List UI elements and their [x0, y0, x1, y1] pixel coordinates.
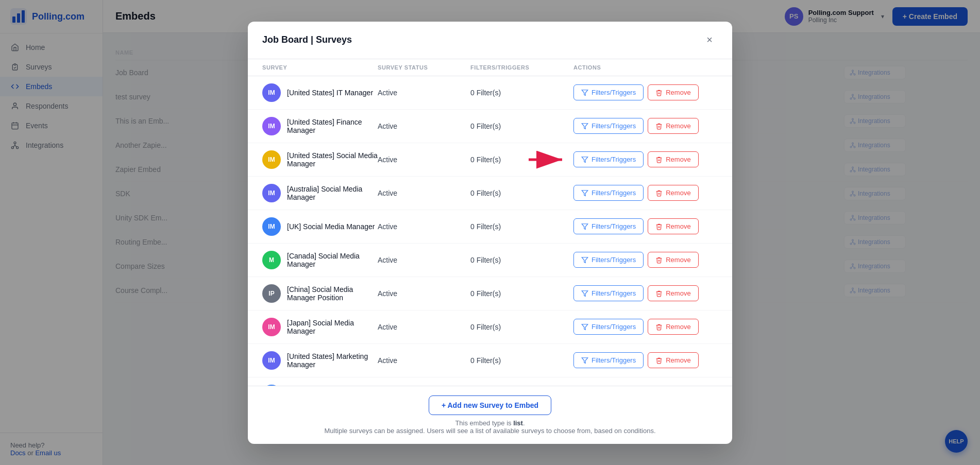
survey-status: Active	[378, 222, 470, 231]
modal-table-headers: SURVEY SURVEY STATUS FILTERS/TRIGGERS AC…	[248, 59, 732, 76]
filters-triggers-button[interactable]: Filters/Triggers	[573, 118, 644, 134]
add-survey-button[interactable]: + Add new Survey to Embed	[429, 395, 551, 415]
svg-marker-49	[582, 324, 588, 330]
survey-status: Active	[378, 156, 470, 164]
survey-title: [UK] Social Media Manager	[287, 222, 375, 231]
col-status: SURVEY STATUS	[378, 64, 470, 71]
filters-triggers-button[interactable]: Filters/Triggers	[573, 151, 644, 167]
remove-survey-button[interactable]: Remove	[648, 118, 698, 134]
filters-triggers-button[interactable]: Filters/Triggers	[573, 252, 644, 268]
remove-survey-button[interactable]: Remove	[648, 218, 698, 234]
svg-marker-43	[582, 123, 588, 129]
survey-avatar: IM	[262, 83, 281, 102]
survey-name-cell: M [Canada] Social Media Manager	[262, 251, 378, 269]
modal-title: Job Board | Surveys	[262, 35, 352, 45]
survey-status: Active	[378, 122, 470, 130]
modal-close-button[interactable]: ×	[701, 32, 718, 48]
svg-marker-44	[582, 157, 588, 162]
svg-marker-45	[582, 190, 588, 196]
filters-triggers-button[interactable]: Filters/Triggers	[573, 352, 644, 368]
survey-title: [Canada] Social Media Manager	[287, 252, 378, 268]
survey-status: Active	[378, 256, 470, 264]
survey-title: [United States] Finance Manager	[287, 118, 378, 134]
survey-status: Active	[378, 323, 470, 331]
survey-actions: Filters/Triggers Remove	[573, 285, 718, 301]
survey-actions: Filters/Triggers Remove	[573, 185, 718, 201]
survey-name-cell: IM [United States] Social Media Manager	[262, 150, 378, 169]
filters-triggers-button[interactable]: Filters/Triggers	[573, 319, 644, 335]
survey-filters: 0 Filter(s)	[470, 256, 573, 264]
footer-note-text2: .	[523, 419, 525, 427]
survey-row: IM [UK] Social Media Manager Active 0 Fi…	[248, 210, 732, 244]
survey-row: IM [United States] Finance Manager Activ…	[248, 110, 732, 143]
survey-name-cell: IM [United States] IT Manager	[262, 83, 378, 102]
filters-triggers-button[interactable]: Filters/Triggers	[573, 84, 644, 100]
remove-survey-button[interactable]: Remove	[648, 185, 698, 201]
survey-row: ID [United States] Web Developer Active …	[248, 377, 732, 386]
survey-title: [United States] Social Media Manager	[287, 151, 378, 168]
survey-row: IP [China] Social Media Manager Position…	[248, 277, 732, 311]
remove-survey-button[interactable]: Remove	[648, 285, 698, 301]
survey-avatar: IM	[262, 318, 281, 336]
survey-filters: 0 Filter(s)	[470, 122, 573, 130]
filters-triggers-button[interactable]: Filters/Triggers	[573, 185, 644, 201]
filters-triggers-button[interactable]: Filters/Triggers	[573, 218, 644, 234]
remove-survey-button[interactable]: Remove	[648, 252, 698, 268]
survey-actions: Filters/Triggers Remove	[573, 118, 718, 134]
survey-avatar: M	[262, 251, 281, 269]
svg-marker-47	[582, 257, 588, 263]
survey-name-cell: IM [UK] Social Media Manager	[262, 217, 378, 236]
col-filters: FILTERS/TRIGGERS	[470, 64, 573, 71]
survey-modal: Job Board | Surveys × SURVEY SURVEY STAT…	[248, 22, 732, 444]
survey-status: Active	[378, 189, 470, 197]
col-actions: ACTIONS	[573, 64, 718, 71]
svg-marker-46	[582, 223, 588, 229]
filters-triggers-button[interactable]: Filters/Triggers	[573, 285, 644, 301]
survey-actions: Filters/Triggers Remove	[573, 319, 718, 335]
survey-filters: 0 Filter(s)	[470, 89, 573, 97]
survey-avatar: IM	[262, 117, 281, 135]
col-survey: SURVEY	[262, 64, 378, 71]
survey-filters: 0 Filter(s)	[470, 156, 573, 164]
survey-actions: Filters/Triggers Remove	[573, 84, 718, 100]
modal-footer: + Add new Survey to Embed This embed typ…	[248, 386, 732, 444]
survey-name-cell: IM [Japan] Social Media Manager	[262, 318, 378, 336]
modal-survey-list: IM [United States] IT Manager Active 0 F…	[248, 76, 732, 386]
survey-avatar: IM	[262, 150, 281, 169]
survey-actions: Filters/Triggers Remove	[573, 151, 718, 167]
survey-avatar: IM	[262, 184, 281, 202]
survey-row: IM [United States] Marketing Manager Act…	[248, 344, 732, 377]
survey-filters: 0 Filter(s)	[470, 323, 573, 331]
remove-survey-button[interactable]: Remove	[648, 352, 698, 368]
survey-status: Active	[378, 289, 470, 298]
survey-filters: 0 Filter(s)	[470, 222, 573, 231]
survey-title: [Australia] Social Media Manager	[287, 185, 378, 201]
remove-survey-button[interactable]: Remove	[648, 151, 698, 167]
survey-avatar: IP	[262, 284, 281, 303]
survey-status: Active	[378, 89, 470, 97]
footer-note: This embed type is list. Multiple survey…	[324, 419, 655, 435]
footer-note-text1: This embed type is	[455, 419, 513, 427]
survey-avatar: IM	[262, 217, 281, 236]
remove-survey-button[interactable]: Remove	[648, 84, 698, 100]
survey-filters: 0 Filter(s)	[470, 289, 573, 298]
survey-status: Active	[378, 356, 470, 365]
survey-name-cell: IP [China] Social Media Manager Position	[262, 284, 378, 303]
svg-marker-48	[582, 290, 588, 296]
survey-row: IM [Australia] Social Media Manager Acti…	[248, 177, 732, 210]
survey-title: [Japan] Social Media Manager	[287, 319, 378, 335]
survey-row: M [Canada] Social Media Manager Active 0…	[248, 244, 732, 277]
modal-overlay[interactable]: Job Board | Surveys × SURVEY SURVEY STAT…	[0, 0, 980, 465]
survey-row: IM [Japan] Social Media Manager Active 0…	[248, 311, 732, 344]
survey-name-cell: IM [Australia] Social Media Manager	[262, 184, 378, 202]
survey-avatar: IM	[262, 351, 281, 370]
survey-name-cell: IM [United States] Marketing Manager	[262, 351, 378, 370]
survey-title: [United States] Marketing Manager	[287, 352, 378, 369]
survey-actions: Filters/Triggers Remove	[573, 218, 718, 234]
remove-survey-button[interactable]: Remove	[648, 319, 698, 335]
svg-marker-42	[582, 90, 588, 95]
survey-name-cell: IM [United States] Finance Manager	[262, 117, 378, 135]
survey-actions: Filters/Triggers Remove	[573, 352, 718, 368]
survey-row: IM [United States] IT Manager Active 0 F…	[248, 76, 732, 110]
survey-filters: 0 Filter(s)	[470, 189, 573, 197]
